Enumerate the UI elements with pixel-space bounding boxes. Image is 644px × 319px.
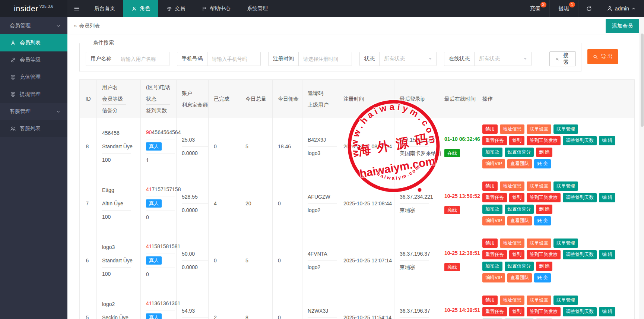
tab-trade[interactable]: 交易 [158,0,193,17]
cell-ip: 36.37.196.37 柬埔寨 [394,289,439,319]
column-header: ID [80,80,97,118]
filter-status-select[interactable]: 所有状态 [380,52,436,66]
op-address-info-button[interactable]: 地址信息 [500,181,524,191]
scrollbar-thumb[interactable] [641,34,644,127]
export-button[interactable]: 导 出 [587,49,618,64]
op-view-team-button[interactable]: 查看团队 [507,159,532,168]
op-disable-button[interactable]: 禁用 [482,239,498,248]
op-order-setting-button[interactable]: 联单设置 [527,124,551,134]
op-sign-salary-button[interactable]: 签到工资发放 [527,307,561,316]
sidebar-item-service-list[interactable]: 客服列表 [0,120,67,137]
op-view-team-button[interactable]: 查看团队 [507,216,532,225]
op-disable-button[interactable]: 禁用 [482,296,498,305]
flag-icon [202,6,207,12]
op-order-manage-button[interactable]: 联单管理 [553,239,578,248]
sidebar-item-member-level[interactable]: 会员等级 [0,51,67,69]
op-reset-task-button[interactable]: 重置任务 [482,307,507,316]
op-sign-in-button[interactable]: 签到 [509,193,524,202]
op-reset-task-button[interactable]: 重置任务 [482,250,507,259]
op-sign-salary-button[interactable]: 签到工资发放 [527,136,561,145]
op-adjust-sign-days-button[interactable]: 调整签到天数 [563,250,597,259]
cell-reg-time: 2025-10-25 11:54:14 [338,289,394,319]
op-edit-vip-button[interactable]: 编辑VIP [482,273,505,282]
op-set-credit-button[interactable]: 设置信誉分 [505,148,534,157]
cell-reg-time: 2025-10-25 12:07:14 [338,232,394,289]
page-scrollbar[interactable] [640,17,644,319]
op-delete-button[interactable]: 删 除 [536,205,552,214]
sidebar-item-withdraw-manage[interactable]: 提现管理 [0,86,67,103]
filter-phone: 手机号码 [177,52,261,66]
tab-home[interactable]: 后台首页 [86,0,123,17]
op-set-credit-button[interactable]: 设置信誉分 [505,262,534,271]
op-reset-task-button[interactable]: 重置任务 [482,193,507,202]
op-order-setting-button[interactable]: 联单设置 [527,181,551,191]
refresh-button[interactable] [578,0,600,17]
op-sign-in-button[interactable]: 签到 [509,136,524,145]
sidebar-item-recharge-manage[interactable]: 充值管理 [0,69,67,86]
op-order-manage-button[interactable]: 联单管理 [553,124,578,134]
op-order-setting-button[interactable]: 联单设置 [527,296,551,305]
member-table: ID用户名会员等级信誉分(区号)电话状态签到天数账户利息宝金额已完成今日总量今日… [79,79,635,319]
op-sign-salary-button[interactable]: 签到工资发放 [527,193,561,202]
quick-link-recharge[interactable]: 充值3 [521,0,549,17]
sidebar-item-member-list[interactable]: 会员列表 [0,34,67,51]
cell-id: 5 [80,289,97,319]
op-add-deduction-button[interactable]: 加扣款 [482,148,502,157]
parent-user: logo3 [308,150,336,157]
tab-role[interactable]: 角色 [123,0,158,17]
member-row: 5 logo2 Seçkin Üye 100 411361361361 真人 0… [80,289,635,319]
quick-link-withdraw[interactable]: 提现1 [549,0,578,17]
op-edit-button[interactable]: 编 辑 [599,307,615,316]
op-set-credit-button[interactable]: 设置信誉分 [505,205,534,214]
cell-operations: 禁用地址信息联单设置联单管理重置任务签到签到工资发放调整签到天数编 辑加扣款设置… [477,232,635,289]
user-menu[interactable]: admin [600,0,644,17]
op-edit-vip-button[interactable]: 编辑VIP [482,216,505,225]
add-member-button[interactable]: 添加会员 [606,19,639,33]
op-adjust-sign-days-button[interactable]: 调整签到天数 [563,307,597,316]
op-account-change-button[interactable]: 账 变 [534,159,551,168]
op-order-setting-button[interactable]: 联单设置 [527,239,551,248]
op-disable-button[interactable]: 禁用 [482,124,498,134]
credit-score: 100 [102,271,139,278]
sidebar-group-label: 客服管理 [10,108,31,115]
op-add-deduction-button[interactable]: 加扣款 [482,262,502,271]
op-account-change-button[interactable]: 账 变 [534,273,551,282]
op-edit-button[interactable]: 编 辑 [599,193,615,202]
sidebar-group-member-manage[interactable]: 会员管理 [0,17,67,34]
filter-phone-input[interactable] [207,52,260,66]
filter-online-status-select[interactable]: 所有状态 [475,52,531,66]
filter-username-input[interactable] [116,52,169,66]
op-sign-salary-button[interactable]: 签到工资发放 [527,250,561,259]
column-header: 今日总量 [240,80,273,118]
username: 456456 [102,130,139,137]
op-address-info-button[interactable]: 地址信息 [500,124,524,134]
filter-reg-time-input[interactable] [299,52,352,66]
tab-help[interactable]: 帮助中心 [193,0,239,17]
op-edit-vip-button[interactable]: 编辑VIP [482,159,505,168]
op-order-manage-button[interactable]: 联单管理 [553,296,578,305]
op-address-info-button[interactable]: 地址信息 [500,296,524,305]
interest-amount: 0.0000 [182,264,207,271]
op-address-info-button[interactable]: 地址信息 [500,239,524,248]
op-add-deduction-button[interactable]: 加扣款 [482,205,502,214]
op-sign-in-button[interactable]: 签到 [509,250,524,259]
tab-system[interactable]: 系统管理 [239,0,276,17]
op-adjust-sign-days-button[interactable]: 调整签到天数 [563,136,597,145]
op-account-change-button[interactable]: 账 变 [534,216,551,225]
op-view-team-button[interactable]: 查看团队 [507,273,532,282]
invite-code: 4FVNTA [308,250,336,258]
op-adjust-sign-days-button[interactable]: 调整签到天数 [563,193,597,202]
refresh-icon [586,6,592,12]
op-delete-button[interactable]: 删 除 [536,262,552,271]
op-edit-button[interactable]: 编 辑 [599,136,615,145]
op-reset-task-button[interactable]: 重置任务 [482,136,507,145]
search-button[interactable]: 搜 索 [549,51,576,66]
op-edit-button[interactable]: 编 辑 [599,250,615,259]
op-order-manage-button[interactable]: 联单管理 [553,181,578,191]
op-disable-button[interactable]: 禁用 [482,181,498,191]
sidebar-group-service-manage[interactable]: 客服管理 [0,103,67,120]
sidebar-toggle-button[interactable] [67,0,86,17]
search-fields: 用户名称手机号码注册时间状态所有状态在线状态所有状态搜 索 [86,51,576,66]
op-sign-in-button[interactable]: 签到 [509,307,524,316]
op-delete-button[interactable]: 删 除 [536,148,552,157]
